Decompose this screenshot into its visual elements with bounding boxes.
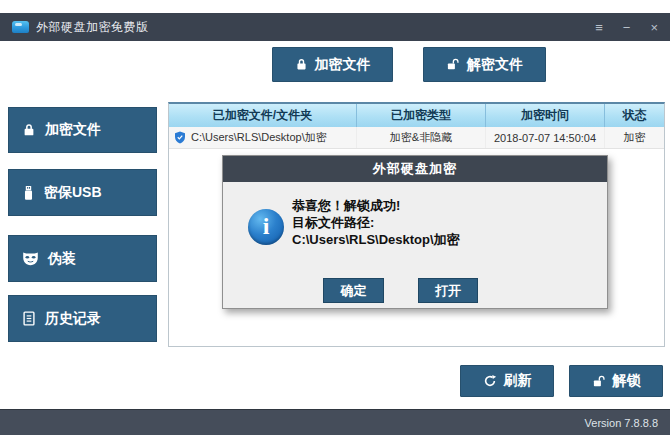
- dialog-message-line3: C:\Users\RLS\Desktop\加密: [292, 231, 460, 248]
- sidebar-item-encrypt-files[interactable]: 加密文件: [8, 107, 157, 153]
- close-icon[interactable]: ×: [650, 21, 658, 34]
- cell-path: C:\Users\RLS\Desktop\加密: [169, 127, 357, 148]
- decrypt-files-label: 解密文件: [467, 56, 523, 74]
- table-header-type: 已加密类型: [357, 104, 486, 127]
- statusbar: Version 7.8.8.8: [0, 409, 670, 435]
- history-icon: [22, 311, 36, 326]
- sidebar-item-label: 历史记录: [45, 310, 101, 328]
- encrypt-files-label: 加密文件: [315, 56, 371, 74]
- app-logo-icon: [12, 21, 29, 33]
- menu-icon[interactable]: ≡: [595, 21, 603, 34]
- lock-closed-icon: [295, 58, 308, 71]
- table-header-time: 加密时间: [486, 104, 605, 127]
- unlock-success-dialog: 外部硬盘加密 i 恭喜您！解锁成功! 目标文件路径: C:\Users\RLS\…: [222, 155, 608, 309]
- refresh-button[interactable]: 刷新: [460, 365, 554, 397]
- shield-check-icon: [174, 131, 186, 144]
- decrypt-files-button[interactable]: 解密文件: [423, 47, 546, 82]
- open-button[interactable]: 打开: [418, 278, 478, 303]
- dialog-titlebar[interactable]: 外部硬盘加密: [223, 156, 607, 182]
- sidebar-item-history[interactable]: 历史记录: [8, 295, 157, 342]
- window-title: 外部硬盘加密免费版: [36, 19, 149, 36]
- table-header-path: 已加密文件/文件夹: [169, 104, 357, 127]
- dialog-message: 恭喜您！解锁成功! 目标文件路径: C:\Users\RLS\Desktop\加…: [292, 197, 460, 248]
- dialog-title: 外部硬盘加密: [373, 160, 457, 178]
- info-icon: i: [248, 209, 284, 245]
- table-row[interactable]: C:\Users\RLS\Desktop\加密 加密&非隐藏 2018-07-0…: [169, 127, 664, 149]
- sidebar-item-label: 伪装: [48, 250, 76, 268]
- cell-status: 加密: [605, 127, 664, 148]
- window-titlebar: 外部硬盘加密免费版 ≡ − ×: [0, 13, 670, 41]
- refresh-icon: [483, 374, 497, 388]
- lock-open-icon: [592, 375, 606, 388]
- encrypt-files-button[interactable]: 加密文件: [272, 47, 393, 82]
- dialog-message-line1: 恭喜您！解锁成功!: [292, 197, 460, 214]
- cell-type: 加密&非隐藏: [357, 127, 486, 148]
- sidebar-item-label: 加密文件: [45, 121, 101, 139]
- lock-open-icon: [446, 58, 460, 71]
- usb-icon: [22, 185, 35, 201]
- minimize-icon[interactable]: −: [623, 21, 631, 34]
- refresh-label: 刷新: [504, 372, 532, 390]
- lock-closed-icon: [22, 123, 36, 137]
- table-header-row: 已加密文件/文件夹 已加密类型 加密时间 状态: [169, 104, 664, 127]
- dialog-message-line2: 目标文件路径:: [292, 214, 460, 231]
- unlock-label: 解锁: [613, 372, 641, 390]
- version-label: Version 7.8.8.8: [585, 417, 658, 429]
- sidebar-item-usb-key[interactable]: 密保USB: [8, 169, 157, 216]
- sidebar-item-label: 密保USB: [44, 184, 102, 202]
- mask-icon: [22, 251, 39, 266]
- unlock-button[interactable]: 解锁: [569, 365, 663, 397]
- ok-button[interactable]: 确定: [323, 278, 384, 303]
- cell-time: 2018-07-07 14:50:04: [486, 127, 605, 148]
- app-window: 外部硬盘加密免费版 ≡ − × 加密文件 解密文件 加密文件 密保USB 伪装 …: [0, 0, 670, 447]
- table-header-status: 状态: [605, 104, 664, 127]
- sidebar-item-disguise[interactable]: 伪装: [8, 235, 157, 282]
